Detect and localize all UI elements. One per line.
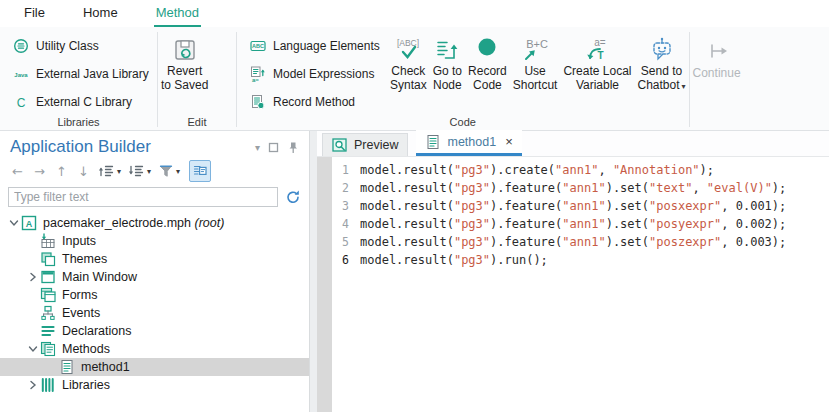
revert-to-saved-icon xyxy=(171,36,199,64)
line-number[interactable]: 2 xyxy=(332,181,360,195)
expander-icon[interactable] xyxy=(6,217,21,229)
tree-item-methods[interactable]: Methods xyxy=(0,340,309,358)
tree-item-events[interactable]: Events xyxy=(0,304,309,322)
line-number[interactable]: 1 xyxy=(332,163,360,177)
panel-float-icon[interactable] xyxy=(268,142,279,153)
code-line[interactable]: 3model.result("pg3").feature("ann1").set… xyxy=(332,197,829,215)
button-label: Create Local xyxy=(563,65,631,79)
language-elements-button[interactable]: ABCLanguage Elements xyxy=(250,33,387,58)
panel-splitter[interactable] xyxy=(310,131,317,412)
code-line[interactable]: 1model.result("pg3").create("ann1", "Ann… xyxy=(332,161,829,179)
move-down-button[interactable]: ▾ xyxy=(125,161,154,181)
utility-class-button[interactable]: Utility Class xyxy=(13,33,157,58)
editor-tab-preview[interactable]: Preview xyxy=(322,133,408,156)
code-editor[interactable]: 1model.result("pg3").create("ann1", "Ann… xyxy=(317,157,829,412)
line-number[interactable]: 6 xyxy=(332,253,360,267)
panel-pin-icon[interactable] xyxy=(287,141,300,153)
button-label: Use xyxy=(524,65,545,79)
dropdown-caret-icon: ▾ xyxy=(176,167,180,176)
main-window-icon xyxy=(40,269,56,285)
svg-text:A: A xyxy=(26,219,33,229)
ribbon-group-continue: Continue xyxy=(690,27,829,130)
line-number[interactable]: 5 xyxy=(332,235,360,249)
external-c-library-button[interactable]: CExternal C Library xyxy=(13,89,157,114)
refresh-icon[interactable] xyxy=(285,189,301,205)
main-content: Application Builder ▾ ←→↑↓▾▾▾ Apacemaker… xyxy=(0,131,829,412)
arrow-down-button[interactable]: ↓ xyxy=(73,162,94,181)
button-label: Node xyxy=(433,79,462,93)
button-label: External C Library xyxy=(36,95,132,109)
tree-item-forms[interactable]: Forms xyxy=(0,286,309,304)
tree-item-libraries[interactable]: Libraries xyxy=(0,376,309,394)
panel-menu-caret-icon[interactable]: ▾ xyxy=(255,142,260,153)
panel-window-controls: ▾ xyxy=(255,141,300,153)
svg-text:C: C xyxy=(17,95,26,109)
tree-item-inputs[interactable]: Inputs xyxy=(0,232,309,250)
button-label: Language Elements xyxy=(273,39,380,53)
record-code-icon xyxy=(473,36,501,64)
record-method-button[interactable]: Record Method xyxy=(250,89,387,114)
arrow-left-button[interactable]: ← xyxy=(7,162,28,181)
ribbon-group-label: Code xyxy=(237,116,689,128)
show-details-toggle-button[interactable] xyxy=(189,160,211,182)
code-line[interactable]: 4model.result("pg3").feature("ann1").set… xyxy=(332,215,829,233)
expander-icon[interactable] xyxy=(25,379,40,391)
code-line[interactable]: 2model.result("pg3").feature("ann1").set… xyxy=(332,179,829,197)
line-number[interactable]: 4 xyxy=(332,217,360,231)
line-number[interactable]: 3 xyxy=(332,199,360,213)
utility-class-icon xyxy=(13,38,29,54)
arrow-right-icon: → xyxy=(32,164,47,179)
c-library-icon: C xyxy=(13,94,29,110)
arrow-right-button[interactable]: → xyxy=(29,162,50,181)
model-expressions-button[interactable]: a=Model Expressions xyxy=(250,61,387,86)
breakpoint-gutter[interactable] xyxy=(317,157,332,412)
external-java-library-button[interactable]: JavaExternal Java Library xyxy=(13,61,157,86)
menu-tab-file[interactable]: File xyxy=(22,0,47,27)
filter-input[interactable] xyxy=(8,187,278,207)
code-lines: 1model.result("pg3").create("ann1", "Ann… xyxy=(332,161,829,412)
filter-row xyxy=(0,185,309,211)
check-syntax-button[interactable]: [ABC]CheckSyntax xyxy=(387,31,430,92)
expander-icon[interactable] xyxy=(25,271,40,283)
preview-icon xyxy=(332,137,348,153)
button-label: Model Expressions xyxy=(273,67,374,81)
menu-tab-method[interactable]: Method xyxy=(154,0,201,27)
record-code-button[interactable]: RecordCode xyxy=(465,31,510,92)
language-elements-icon: ABC xyxy=(250,38,266,54)
tree-item-declarations[interactable]: Declarations xyxy=(0,322,309,340)
list-move-up-icon xyxy=(98,163,115,179)
close-tab-icon[interactable]: × xyxy=(505,134,513,149)
dropdown-caret-icon: ▾ xyxy=(682,82,686,91)
button-label: Chatbot▾ xyxy=(637,79,685,94)
move-up-button[interactable]: ▾ xyxy=(95,161,124,181)
use-shortcut-button[interactable]: B+CUseShortcut xyxy=(510,31,561,92)
svg-text:Java: Java xyxy=(14,71,28,77)
tree-item-main-window[interactable]: Main Window xyxy=(0,268,309,286)
filter-button[interactable]: ▾ xyxy=(155,161,183,181)
continue-icon xyxy=(703,38,731,66)
button-label: Continue xyxy=(693,67,741,81)
tree-item-label: Declarations xyxy=(62,324,131,338)
tree-item-pacemaker-electrode-mph[interactable]: Apacemaker_electrode.mph (root) xyxy=(0,214,309,232)
go-to-node-button[interactable]: Go toNode xyxy=(430,31,465,92)
tree-item-method1[interactable]: method1 xyxy=(0,358,309,376)
code-line[interactable]: 5model.result("pg3").feature("ann1").set… xyxy=(332,233,829,251)
send-to-chatbot-button[interactable]: Send toChatbot▾ xyxy=(634,31,688,93)
tree-item-label: method1 xyxy=(81,360,130,374)
menu-tab-home[interactable]: Home xyxy=(81,0,120,27)
ribbon-group-libraries: Utility ClassJavaExternal Java LibraryCE… xyxy=(0,27,157,130)
editor-tab-method1[interactable]: method1× xyxy=(416,130,521,156)
go-to-node-icon xyxy=(433,36,461,64)
tree-item-label: Forms xyxy=(62,288,97,302)
arrow-up-icon: ↑ xyxy=(54,164,69,179)
revert-to-saved-button[interactable]: Revertto Saved xyxy=(158,31,211,92)
arrow-up-button[interactable]: ↑ xyxy=(51,162,72,181)
code-line[interactable]: 6model.result("pg3").run(); xyxy=(332,251,829,269)
expander-icon[interactable] xyxy=(25,343,40,355)
button-label: Code xyxy=(473,79,502,93)
button-label: Shortcut xyxy=(513,79,558,93)
create-local-variable-button[interactable]: a=TCreate LocalVariable xyxy=(560,31,634,92)
tree-item-themes[interactable]: Themes xyxy=(0,250,309,268)
button-label: Record xyxy=(468,65,507,79)
svg-text:a=: a= xyxy=(252,76,259,82)
